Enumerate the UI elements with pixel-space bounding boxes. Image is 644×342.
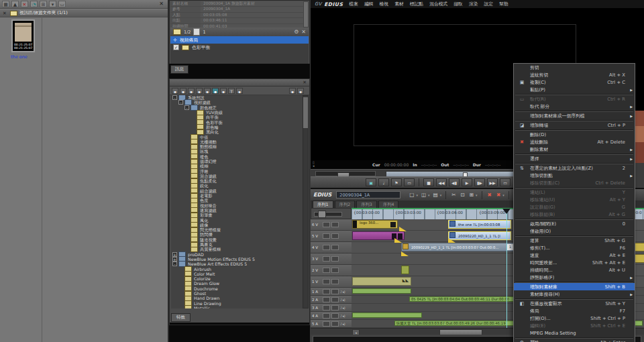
track-header-6V[interactable]: 6 V — [311, 219, 352, 231]
expander-icon[interactable]: - — [172, 95, 177, 100]
effects-toolbar-icon[interactable]: ▪ — [196, 88, 203, 94]
menu-擷取[interactable]: 擷取 — [453, 1, 463, 7]
sequence-tab[interactable]: 序列2 — [335, 201, 356, 208]
transition-icon[interactable] — [394, 238, 402, 243]
tab-effects[interactable]: 特效 — [171, 313, 191, 322]
timeline-toolbar-icon[interactable]: ✂ — [450, 192, 457, 198]
grid-icon[interactable]: ▦ — [2, 1, 9, 7]
context-menu-item[interactable]: 佈局F7 — [514, 307, 635, 315]
timeline-clip[interactable]: 20090220_HD_1_1 TL [I — [448, 231, 511, 240]
context-menu-item[interactable]: ▭取代(R)Ctrl + R — [514, 95, 635, 103]
dropdown-icon[interactable]: ▾ — [440, 193, 442, 197]
effects-scrollbar[interactable] — [303, 95, 309, 308]
effects-tree-item[interactable]: +NewBlue Motion Effects EDIUS 5 — [171, 257, 303, 262]
context-menu-item[interactable]: ◧在播放視窗顯示Shift + Y — [514, 300, 635, 307]
menu-混合模式[interactable]: 混合模式 — [429, 1, 447, 7]
track-header-4A[interactable]: 4 A♪◂) — [311, 312, 352, 320]
timeline-toolbar-icon[interactable]: ▤ — [432, 192, 439, 198]
context-menu-item[interactable]: ◪增加轉場Ctrl + P — [514, 121, 635, 129]
timeline-toolbar-icon[interactable]: ◫ — [420, 192, 427, 198]
context-menu-item[interactable]: 啟用/關閉(E)0 — [514, 220, 635, 227]
track-header-4V[interactable]: 4 V — [311, 242, 352, 253]
context-menu-item[interactable]: 時間重映射...Shift + Alt + E — [514, 259, 635, 266]
bin-folder-header[interactable]: ✕ 視訊區/旅遊文件夾 (1/1) — [0, 9, 168, 17]
track-header-2V[interactable]: 2 V — [311, 265, 352, 276]
effects-tree-item[interactable]: 色彩平衡 — [171, 119, 303, 124]
clip-thumbnail[interactable]: 00:21:25:07 00:21:25:07 — [11, 19, 35, 52]
dropdown-icon[interactable]: ▾ — [476, 193, 478, 197]
delete-x-icon[interactable]: ✕ — [21, 1, 28, 7]
sequence-tab[interactable]: 序列3 — [356, 201, 377, 208]
shuttle-track[interactable] — [315, 171, 376, 176]
context-menu-item[interactable]: 增加切割點▶ — [514, 172, 635, 179]
menu-檔案[interactable]: 檔案 — [349, 1, 358, 7]
timeline-toolbar-icon[interactable]: ⊡ — [459, 192, 466, 198]
context-menu-item[interactable]: ⇅在選定的素材上設定入/出點(Z)2 — [514, 164, 635, 172]
expander-icon[interactable]: - — [184, 105, 189, 110]
effects-tree-item[interactable]: YUV曲線 — [171, 110, 303, 115]
context-menu-item[interactable]: 黏貼(P)▶ — [514, 86, 635, 93]
transition-icon[interactable] — [399, 227, 407, 231]
context-menu-item[interactable]: 增加到素材庫成一個序列檔▶ — [514, 112, 635, 119]
context-menu-item[interactable]: 移除連結(U)Alt + Y — [514, 196, 635, 203]
context-menu-item[interactable]: ✖波紋刪除Alt + Delete — [514, 138, 635, 146]
context-menu-item[interactable]: 連結(L)Y — [514, 188, 635, 196]
context-menu-item[interactable]: 靜態影格(F)▶ — [514, 274, 635, 281]
transport-button[interactable]: ◀◀ — [436, 178, 447, 186]
export-icon[interactable]: ▭ — [58, 1, 66, 7]
effects-tree-item[interactable]: 高質量模糊 — [171, 247, 303, 251]
effects-toolbar-icon[interactable]: T — [228, 88, 235, 94]
timescale-control[interactable] — [311, 208, 352, 219]
context-menu-item[interactable]: 選擇▶ — [514, 155, 635, 162]
context-menu-item[interactable]: 增加到素材庫Shift + B — [514, 283, 635, 290]
close-icon[interactable]: ✕ — [159, 1, 164, 7]
menu-幫助[interactable]: 幫助 — [499, 1, 508, 7]
dropdown-icon[interactable]: ▾ — [428, 193, 430, 197]
timeline-toolbar-icon[interactable]: ✖ — [495, 192, 502, 198]
gear-icon[interactable]: ⚙ — [294, 29, 299, 35]
context-menu-item[interactable]: 刪除素材▶ — [514, 146, 635, 153]
dropdown-icon[interactable]: ▾ — [49, 1, 56, 7]
bin-pane-divider[interactable] — [42, 17, 42, 342]
expander-icon[interactable]: + — [172, 252, 177, 257]
effects-toolbar-icon[interactable]: ▪ — [188, 88, 195, 94]
clip-name-label[interactable]: the one — [11, 54, 28, 60]
transport-button[interactable]: ▮▶ — [474, 178, 485, 186]
context-menu-item[interactable]: 持續時間...Alt + U — [514, 266, 635, 274]
transport-aux-button[interactable]: ♩ — [378, 178, 389, 186]
effects-toolbar-icon[interactable]: ▪ — [236, 88, 243, 94]
context-menu-item[interactable]: 波紋剪切Alt + X — [514, 71, 635, 78]
expander-icon[interactable]: - — [172, 262, 177, 266]
timeline-toolbar-icon[interactable]: ⊞ — [468, 192, 475, 198]
menu-渲染[interactable]: 渲染 — [469, 1, 478, 7]
transport-aux-button[interactable]: ⚑ — [391, 178, 402, 186]
applied-filter-item[interactable]: ✓色彩平衡 — [170, 44, 309, 51]
effects-panel-icon[interactable]: ▪ — [297, 88, 304, 94]
context-menu-item[interactable]: 僅啟用(O) — [514, 227, 635, 235]
context-menu-item[interactable]: 刪除(D) — [514, 131, 635, 138]
menu-標記點[interactable]: 標記點 — [410, 1, 423, 7]
effects-titlebar[interactable]: ✕ — [170, 79, 309, 87]
track-header-1V[interactable]: 1 V — [311, 276, 352, 288]
sequence-tab[interactable]: 序列1 — [313, 201, 333, 208]
effects-panel-icon[interactable]: ▪ — [289, 88, 296, 94]
playhead-handle[interactable] — [502, 209, 511, 214]
timeline-clip[interactable]: the one TL [In:00:03:08 — [448, 220, 511, 229]
context-menu-item[interactable]: 編輯(E)Shift + Ctrl + E — [514, 322, 635, 329]
effects-toolbar-icon[interactable]: ▪ — [172, 88, 178, 94]
effects-tree-item[interactable]: 顏色輪 — [171, 125, 303, 129]
context-menu-item[interactable]: 取代 部分▶ — [514, 103, 635, 110]
timeline-clip[interactable] — [352, 312, 422, 318]
transport-button[interactable]: ■ — [423, 178, 434, 186]
context-menu-item[interactable]: 速度Alt + E — [514, 251, 635, 259]
menu-素材[interactable]: 素材 — [394, 1, 404, 7]
play-button[interactable]: ▶ — [462, 178, 472, 186]
context-menu-item[interactable]: MPEG Media Setting — [514, 329, 635, 337]
context-menu-item[interactable]: 剪切 — [514, 64, 635, 71]
track-header-5A[interactable]: 5 A♪◂) — [311, 320, 352, 328]
effects-tree-item[interactable]: Metallic — [171, 306, 303, 308]
transition-icon[interactable] — [401, 251, 409, 256]
filter-checkbox[interactable]: ✓ — [173, 44, 179, 50]
timeline-clip[interactable]: ◣◣ — [352, 277, 411, 286]
applied-filter-item[interactable]: ✛視頻佈局 — [170, 36, 309, 44]
